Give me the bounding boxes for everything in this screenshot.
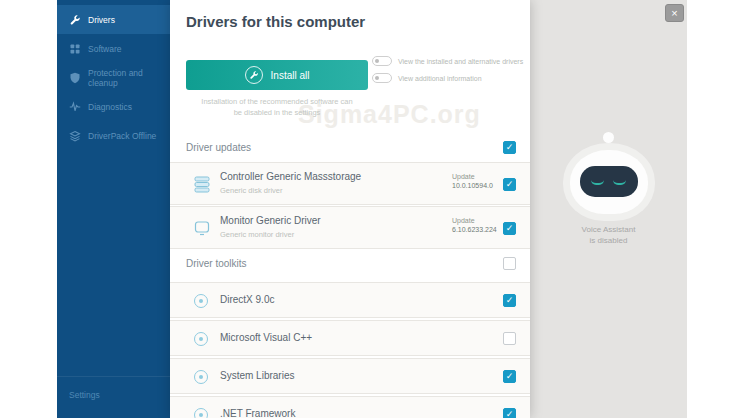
sidebar-item-settings[interactable]: Settings <box>69 390 100 400</box>
driver-description: Generic monitor driver <box>220 230 294 239</box>
monitor-icon <box>192 218 212 238</box>
toolkit-name: Microsoft Visual C++ <box>220 332 312 343</box>
check-icon: ✓ <box>506 180 514 189</box>
toolkit-row-checkbox[interactable]: ✓ <box>503 332 516 345</box>
driver-name: Controller Generic Massstorage <box>220 171 361 182</box>
robot-eye-right <box>613 180 626 185</box>
assistant-panel: × Voice Assistant is disabled <box>530 0 687 418</box>
additional-info-toggle[interactable] <box>372 73 392 83</box>
update-version: 10.0.10594.0 <box>452 182 493 189</box>
sidebar-item-label: Software <box>88 44 122 54</box>
driver-updates-checkbox[interactable]: ✓ <box>503 141 516 154</box>
check-icon: ✓ <box>506 143 514 152</box>
toolkit-name: .NET Framework <box>220 408 295 418</box>
update-version: 6.10.6233.224 <box>452 226 497 233</box>
check-icon: ✓ <box>506 224 514 233</box>
robot-eye-left <box>591 180 604 185</box>
assistant-status-line2: is disabled <box>530 235 687 246</box>
update-label: Update <box>452 216 475 226</box>
sidebar-item-label: Drivers <box>88 15 115 25</box>
sidebar-item-label: Diagnostics <box>88 102 132 112</box>
install-all-button[interactable]: Install all <box>186 60 368 90</box>
install-wrench-icon <box>245 66 263 84</box>
shield-icon <box>69 72 81 84</box>
toolkit-row-net-framework[interactable]: .NET Framework ✓ <box>170 396 530 418</box>
wrench-icon <box>69 14 81 26</box>
toolkit-row-directx[interactable]: DirectX 9.0c ✓ <box>170 282 530 318</box>
update-label: Update <box>452 172 475 182</box>
robot-avatar <box>570 150 648 214</box>
layers-icon <box>69 130 81 142</box>
section-title: Driver updates <box>186 142 251 153</box>
sidebar-item-software[interactable]: Software <box>57 34 170 63</box>
toggle-row-additional-info: View additional information <box>372 73 482 83</box>
toggle-knob <box>375 76 379 80</box>
sidebar: Drivers Software Protection and cleanup <box>57 0 170 418</box>
section-header-driver-updates: Driver updates ✓ <box>170 136 530 160</box>
check-icon: ✓ <box>506 296 514 305</box>
sidebar-nav: Drivers Software Protection and cleanup <box>57 0 170 150</box>
sidebar-item-drivers[interactable]: Drivers <box>57 5 170 34</box>
toggle-row-installed-drivers: View the installed and alternative drive… <box>372 56 523 66</box>
toolkit-row-checkbox[interactable]: ✓ <box>503 408 516 418</box>
driver-toolkits-checkbox[interactable]: ✓ <box>503 257 516 270</box>
sidebar-item-protection[interactable]: Protection and cleanup <box>57 63 170 92</box>
page-title: Drivers for this computer <box>186 13 365 30</box>
sidebar-item-driverpack-offline[interactable]: DriverPack Offline <box>57 121 170 150</box>
install-caption-line1: Installation of the recommended software… <box>186 96 368 107</box>
waveform-icon <box>69 101 81 113</box>
section-header-driver-toolkits: Driver toolkits ✓ <box>170 252 530 276</box>
driver-row-checkbox[interactable]: ✓ <box>503 222 516 235</box>
toolkit-name: System Libraries <box>220 370 294 381</box>
install-caption-line2: be disabled in the settings <box>186 107 368 118</box>
close-button[interactable]: × <box>665 4 684 22</box>
install-caption: Installation of the recommended software… <box>186 96 368 118</box>
toggle-knob <box>375 59 379 63</box>
circle-dot-icon <box>194 408 208 418</box>
toolkit-row-system-libraries[interactable]: System Libraries ✓ <box>170 358 530 394</box>
app-window: Drivers Software Protection and cleanup <box>57 0 687 418</box>
installed-drivers-toggle[interactable] <box>372 56 392 66</box>
drivers-panel: Sigma4PC.org Drivers for this computer I… <box>170 0 530 418</box>
assistant-status: Voice Assistant is disabled <box>530 224 687 246</box>
circle-dot-icon <box>194 370 208 384</box>
circle-dot-icon <box>194 332 208 346</box>
sidebar-item-diagnostics[interactable]: Diagnostics <box>57 92 170 121</box>
screenshot-root: Drivers Software Protection and cleanup <box>0 0 743 418</box>
section-title: Driver toolkits <box>186 258 247 269</box>
toggle-label: View the installed and alternative drive… <box>398 58 523 65</box>
toolkit-row-checkbox[interactable]: ✓ <box>503 294 516 307</box>
driver-row-controller-generic-massstorage[interactable]: Controller Generic Massstorage Generic d… <box>170 162 530 205</box>
driver-row-monitor-generic-driver[interactable]: Monitor Generic Driver Generic monitor d… <box>170 206 530 249</box>
robot-antenna-dot <box>603 132 614 143</box>
driver-name: Monitor Generic Driver <box>220 215 321 226</box>
sidebar-item-label: Protection and cleanup <box>88 68 170 88</box>
grid-icon <box>69 43 81 55</box>
check-icon: ✓ <box>506 372 514 381</box>
disk-stack-icon <box>192 174 212 194</box>
install-all-label: Install all <box>271 70 310 81</box>
circle-dot-icon <box>194 294 208 308</box>
driver-description: Generic disk driver <box>220 186 283 195</box>
check-icon: ✓ <box>506 410 514 418</box>
sidebar-footer: Settings <box>57 376 170 418</box>
robot-face <box>580 166 638 197</box>
assistant-status-line1: Voice Assistant <box>530 224 687 235</box>
toolkit-row-visual-cpp[interactable]: Microsoft Visual C++ ✓ <box>170 320 530 356</box>
toggle-label: View additional information <box>398 75 482 82</box>
driver-row-checkbox[interactable]: ✓ <box>503 178 516 191</box>
toolkit-name: DirectX 9.0c <box>220 294 274 305</box>
sidebar-item-label: DriverPack Offline <box>88 131 156 141</box>
toolkit-row-checkbox[interactable]: ✓ <box>503 370 516 383</box>
